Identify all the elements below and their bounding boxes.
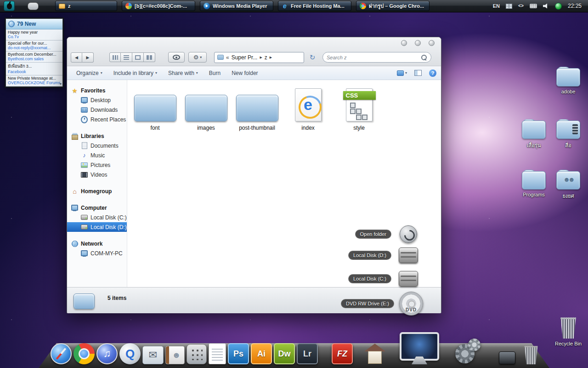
dock-item-imac[interactable]	[400, 332, 439, 364]
taskbar-button-z[interactable]: z	[55, 1, 117, 11]
file-index[interactable]: index	[285, 87, 331, 131]
stack-item-local-disk-d[interactable]: Local Disk (D:)	[348, 247, 421, 263]
notification-item[interactable]: มีเพื่อนอีก 3...Facebook	[6, 63, 62, 75]
sidebar-item-documents[interactable]: Documents	[67, 141, 127, 150]
sidebar-item-recent-places[interactable]: Recent Places	[67, 115, 127, 124]
dock-item-lightroom[interactable]: Lr	[297, 343, 318, 364]
desktop-icon-item[interactable]: สื่อ	[549, 121, 588, 150]
dock-item-quicktime[interactable]	[119, 343, 141, 364]
notification-item[interactable]: Byethost.com December...Byethost.com sal…	[6, 52, 62, 63]
commandbar-include-in-library[interactable]: Include in library▾	[109, 68, 162, 78]
dock-item-illustrator[interactable]: Ai	[251, 343, 272, 364]
view-details-button[interactable]	[132, 52, 144, 62]
folder-icon	[236, 95, 278, 121]
file-images[interactable]: images	[183, 87, 229, 131]
notification-item[interactable]: New Private Message at...OVERCLOCKZONE F…	[6, 75, 62, 86]
clock[interactable]: 22:25	[568, 3, 582, 9]
grid-tray-icon[interactable]	[506, 4, 512, 9]
commandbar-share-with[interactable]: Share with▾	[164, 68, 203, 78]
sidebar-item-com-my-pc[interactable]: COM-MY-PC	[67, 248, 127, 258]
stack-item-local-disk-c[interactable]: Local Disk (C:)	[348, 271, 421, 287]
search-input[interactable]	[327, 55, 419, 60]
search-box[interactable]	[322, 52, 431, 63]
notification-item[interactable]: Happy new yearCo.Tv	[6, 29, 62, 40]
search-icon[interactable]	[421, 54, 427, 61]
sidebar-item-local-disk-d[interactable]: Local Disk (D:)	[67, 222, 127, 232]
dock-item-textedit[interactable]	[209, 343, 226, 364]
sidebar-item-pictures[interactable]: Pictures	[67, 160, 127, 170]
green-orb-icon[interactable]	[555, 3, 562, 10]
sidebar-item-favorites[interactable]: Favorites	[67, 86, 127, 95]
sidebar-item-videos[interactable]: Videos	[67, 170, 127, 179]
code-tray-icon[interactable]: <>	[518, 4, 524, 9]
dock-item-itunes[interactable]	[96, 343, 118, 364]
sidebar-item-desktop[interactable]: Desktop	[67, 95, 127, 105]
dock-item-media-small[interactable]	[499, 351, 515, 364]
taskbar-button-google-chro[interactable]: ฝากรูป – Google Chro...	[356, 1, 430, 11]
address-bar[interactable]: « Super Pr... ▶ z ▶	[214, 52, 304, 63]
sidebar-item-local-disk-c[interactable]: Local Disk (C:)	[67, 213, 127, 222]
breadcrumb-separator-icon[interactable]: ▶	[270, 56, 272, 59]
back-button[interactable]: ◀	[71, 52, 82, 63]
dock-item-dreamweaver[interactable]: Dw	[274, 343, 295, 364]
notification-item[interactable]: Special offer for our...do-not-reply@xxx…	[6, 40, 62, 52]
window-titlebar[interactable]	[67, 37, 441, 49]
taskbar-button-b-c-ec008c-com[interactable]: [b][c=#ec008c]Com-...	[122, 1, 195, 11]
dock-item-contacts[interactable]	[165, 346, 185, 364]
dock-item-system-preferences[interactable]	[454, 338, 481, 364]
desktop-icon-recycle-bin[interactable]: Recycle Bin	[549, 316, 588, 346]
volume-icon[interactable]	[543, 3, 549, 9]
navigation-buttons: ◀ ▶	[71, 52, 94, 63]
window-minimize-button[interactable]	[401, 40, 407, 46]
commandbar-burn[interactable]: Burn	[204, 68, 225, 78]
keyboard-tray-icon[interactable]	[530, 4, 537, 8]
view-list-button[interactable]	[121, 52, 132, 62]
preview-pane-button[interactable]	[414, 70, 422, 76]
breadcrumb-separator-icon[interactable]: ▶	[260, 56, 262, 59]
start-button[interactable]	[4, 1, 15, 11]
desktop-icon-item[interactable]: ยงยศ	[549, 171, 588, 200]
dock-item-calculator[interactable]	[187, 344, 207, 364]
sidebar-item-libraries[interactable]: Libraries	[67, 131, 127, 141]
breadcrumb-current[interactable]: z	[265, 54, 267, 61]
window-maximize-button[interactable]	[415, 40, 421, 46]
commandbar-new-folder[interactable]: New folder	[227, 68, 262, 78]
file-style[interactable]: CSSstyle	[336, 87, 382, 131]
dock-item-safari[interactable]	[51, 343, 72, 364]
file-post-thumbnail[interactable]: post-thumbnail	[234, 87, 280, 131]
view-content-button[interactable]	[144, 52, 155, 62]
preview-button[interactable]	[168, 52, 185, 63]
breadcrumb-collapsed[interactable]: «	[226, 54, 229, 61]
help-button[interactable]: ?	[429, 69, 436, 77]
desktop-icon-item[interactable]: เสื้อรุ่น	[514, 121, 553, 150]
sidebar-item-homegroup[interactable]: Homegroup	[67, 186, 127, 196]
breadcrumb-root[interactable]: Super Pr...	[232, 54, 258, 61]
dock-item-chrome[interactable]	[74, 343, 95, 364]
dock-item-trash-small[interactable]	[523, 345, 539, 364]
dock-item-filezilla[interactable]: FZ	[332, 343, 353, 364]
sidebar-item-network[interactable]: Network	[67, 239, 127, 248]
desktop-icon-programs[interactable]: Programs	[514, 171, 553, 197]
view-icons-button[interactable]	[109, 52, 121, 62]
desktop-icon-adobe[interactable]: adobe	[549, 68, 588, 94]
settings-button[interactable]: ⚙▾	[188, 52, 207, 63]
taskbar-button-free-file-hosting-ma[interactable]: Free File Hosting Ma...	[278, 1, 351, 11]
sidebar-item-music[interactable]: Music	[67, 150, 127, 160]
commandbar-organize[interactable]: Organize▾	[72, 68, 107, 78]
scroll-down-icon[interactable]: ▾	[60, 82, 62, 86]
dock-item-mail[interactable]	[142, 346, 164, 364]
sidebar-item-computer[interactable]: Computer	[67, 203, 127, 213]
language-indicator[interactable]: EN	[493, 3, 500, 9]
file-font[interactable]: font	[132, 87, 178, 131]
window-close-button[interactable]	[429, 40, 435, 46]
taskbar-button-windows-media-player[interactable]: Windows Media Player	[200, 1, 273, 11]
sidebar-item-downloads[interactable]: Downloads	[67, 105, 127, 115]
forward-button[interactable]: ▶	[82, 52, 94, 63]
dock-item-photoshop[interactable]: Ps	[228, 343, 249, 364]
stack-item-open-folder[interactable]: Open folder	[355, 225, 421, 243]
dock-item-home[interactable]	[364, 343, 386, 364]
refresh-button[interactable]: ↻	[308, 53, 317, 62]
change-view-button[interactable]: ▾	[397, 70, 407, 76]
chat-bubble-icon[interactable]	[28, 2, 39, 10]
stack-item-dvd-rw-drive-e[interactable]: DVD RW Drive (E:)DVD	[341, 292, 424, 316]
